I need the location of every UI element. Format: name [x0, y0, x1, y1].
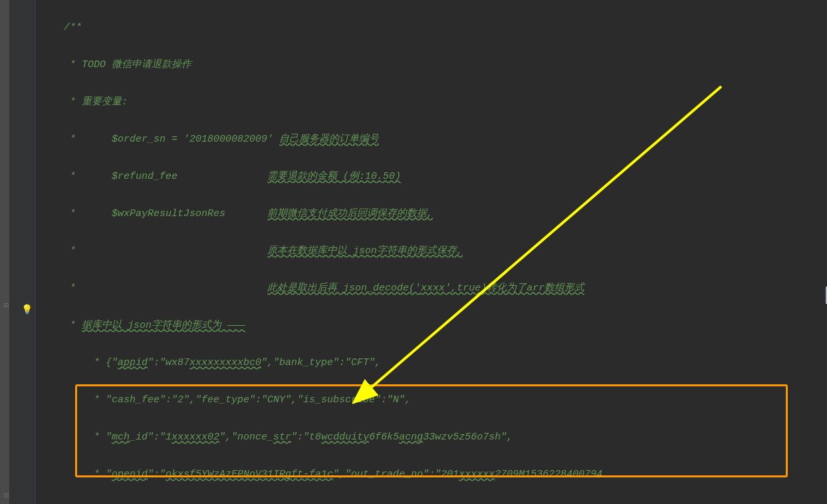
- comment: * "openid":"okxsf5YWzAzEPNoV31IRgft-fa1c…: [40, 469, 602, 480]
- comment: /**: [40, 22, 82, 33]
- fold-minus-icon[interactable]: ⊟: [4, 297, 9, 315]
- fold-minus-icon[interactable]: ⊟: [4, 487, 9, 504]
- comment: * 重要变量:: [40, 96, 128, 108]
- comment: * $wxPayResultJsonRes 前期微信支付成功后回调保存的数据,: [40, 208, 433, 219]
- code-editor[interactable]: /** * TODO 微信申请退款操作 * 重要变量: * $order_sn …: [36, 0, 827, 504]
- editor-gutter: ⊟ ⊟ 💡: [0, 0, 36, 504]
- comment: * $refund_fee 需要退款的金额 (例:10.50): [40, 171, 401, 182]
- comment: * "cash_fee":"2","fee_type":"CNY","is_su…: [40, 394, 411, 406]
- lightbulb-icon[interactable]: 💡: [21, 301, 32, 311]
- comment: * {"appid":"wx87xxxxxxxxxbc0","bank_type…: [40, 357, 381, 368]
- comment: * 原本在数据库中以 json字符串的形式保存,: [40, 245, 463, 257]
- comment: * 此处是取出后再 json_decode('xxxx',true)转化为了ar…: [40, 283, 584, 294]
- comment: * TODO 微信申请退款操作: [40, 59, 191, 70]
- comment: * $order_sn = '2018000082009' 自己服务器的订单编号: [40, 134, 379, 145]
- comment: * "mch_id":"1xxxxxx02","nonce_str":"t8wc…: [40, 432, 513, 443]
- gutter-strip: [0, 0, 9, 504]
- comment: * 据库中以 json字符串的形式为 ———: [40, 320, 245, 331]
